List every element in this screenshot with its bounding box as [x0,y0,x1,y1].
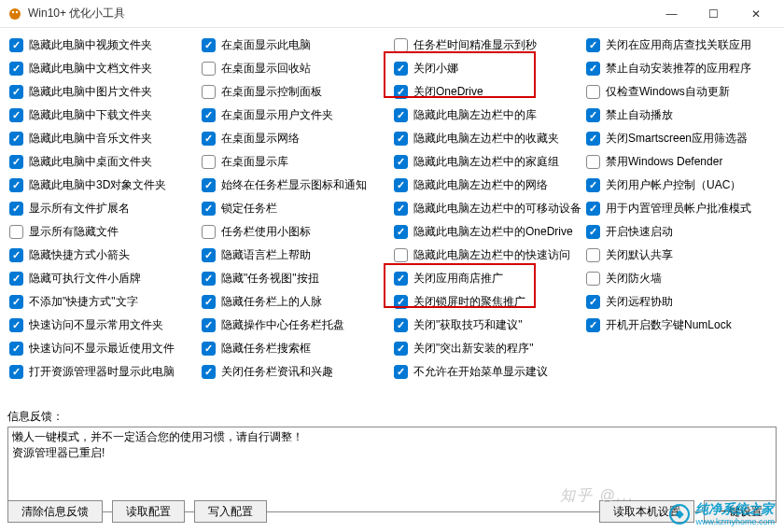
checkbox[interactable] [202,38,216,52]
checkbox[interactable] [394,295,408,309]
checkbox[interactable] [394,202,408,216]
option-item: 关闭默认共享 [584,244,777,267]
checkbox[interactable] [394,318,408,332]
option-label: 隐藏快捷方式小箭头 [29,247,130,263]
checkbox[interactable] [202,108,216,122]
option-item: 开启快速启动 [584,220,777,244]
checkbox[interactable] [586,178,600,192]
svg-point-0 [9,8,21,20]
checkbox[interactable] [9,318,23,332]
checkbox[interactable] [586,62,600,76]
checkbox[interactable] [394,342,408,356]
watermark-faint: 知乎 @... [560,486,635,506]
checkbox[interactable] [202,318,216,332]
checkbox[interactable] [9,342,23,356]
clear-feedback-button[interactable]: 清除信息反馈 [7,500,103,523]
maximize-button[interactable]: ☐ [693,0,735,28]
option-item: 不添加"快捷方式"文字 [7,290,200,314]
option-label: 隐藏此电脑左边栏中的网络 [413,177,548,193]
option-label: 隐藏"任务视图"按扭 [221,271,319,287]
write-config-button[interactable]: 写入配置 [194,500,267,523]
option-item: 显示所有隐藏文件 [7,220,200,244]
option-label: 隐藏此电脑中音乐文件夹 [29,131,152,147]
read-config-button[interactable]: 读取配置 [112,500,185,523]
checkbox[interactable] [394,38,408,52]
checkbox[interactable] [9,85,23,99]
option-label: 关闭远程协助 [606,294,673,310]
minimize-button[interactable]: — [651,0,693,28]
option-item: 始终在任务栏显示图标和通知 [200,174,392,197]
checkbox[interactable] [586,295,600,309]
option-label: 开机开启数字键NumLock [606,317,732,333]
checkbox[interactable] [394,108,408,122]
option-label: 隐藏此电脑中桌面文件夹 [29,154,152,170]
checkbox[interactable] [9,202,23,216]
option-label: 隐藏此电脑中3D对象文件夹 [29,177,166,193]
checkbox[interactable] [202,295,216,309]
options-grid: 隐藏此电脑中视频文件夹隐藏此电脑中文档文件夹隐藏此电脑中图片文件夹隐藏此电脑中下… [0,28,784,387]
checkbox[interactable] [9,365,23,379]
option-item: 开机开启数字键NumLock [584,314,777,337]
option-label: 关闭默认共享 [606,247,673,263]
option-label: 隐藏此电脑中视频文件夹 [29,37,152,53]
checkbox[interactable] [586,155,600,169]
checkbox[interactable] [394,62,408,76]
checkbox[interactable] [586,132,600,146]
option-item: 锁定任务栏 [200,197,392,220]
option-label: 关闭在应用商店查找关联应用 [606,37,751,53]
option-item: 关闭应用商店推广 [392,267,584,290]
column-2: 任务栏时间精准显示到秒关闭小娜关闭OneDrive隐藏此电脑左边栏中的库隐藏此电… [392,34,584,384]
option-label: 隐藏语言栏上帮助 [221,247,311,263]
checkbox[interactable] [9,225,23,239]
option-label: 不添加"快捷方式"文字 [29,294,138,310]
checkbox[interactable] [9,62,23,76]
checkbox[interactable] [586,248,600,262]
checkbox[interactable] [394,155,408,169]
option-label: 不允许在开始菜单显示建议 [413,364,548,380]
checkbox[interactable] [202,202,216,216]
checkbox[interactable] [202,342,216,356]
checkbox[interactable] [586,202,600,216]
checkbox[interactable] [202,365,216,379]
checkbox[interactable] [9,248,23,262]
option-item: 关闭防火墙 [584,267,777,290]
option-item: 禁止自动播放 [584,104,777,127]
checkbox[interactable] [202,272,216,286]
checkbox[interactable] [394,178,408,192]
checkbox[interactable] [202,178,216,192]
option-item: 关闭锁屏时的聚焦推广 [392,290,584,314]
checkbox[interactable] [586,318,600,332]
checkbox[interactable] [9,178,23,192]
checkbox[interactable] [586,38,600,52]
checkbox[interactable] [586,108,600,122]
app-icon [7,7,22,21]
checkbox[interactable] [202,132,216,146]
content-area: 隐藏此电脑中视频文件夹隐藏此电脑中文档文件夹隐藏此电脑中图片文件夹隐藏此电脑中下… [0,28,784,532]
option-item: 隐藏可执行文件小盾牌 [7,267,200,290]
checkbox[interactable] [9,295,23,309]
checkbox[interactable] [394,248,408,262]
checkbox[interactable] [394,225,408,239]
checkbox[interactable] [202,62,216,76]
column-0: 隐藏此电脑中视频文件夹隐藏此电脑中文档文件夹隐藏此电脑中图片文件夹隐藏此电脑中下… [7,34,200,384]
checkbox[interactable] [202,248,216,262]
checkbox[interactable] [202,155,216,169]
checkbox[interactable] [394,132,408,146]
checkbox[interactable] [586,225,600,239]
checkbox[interactable] [394,365,408,379]
option-item: 隐藏操作中心任务栏托盘 [200,314,392,337]
checkbox[interactable] [9,132,23,146]
option-label: 关闭任务栏资讯和兴趣 [221,364,333,380]
checkbox[interactable] [394,85,408,99]
checkbox[interactable] [9,155,23,169]
checkbox[interactable] [9,38,23,52]
checkbox[interactable] [9,272,23,286]
option-item: 隐藏语言栏上帮助 [200,244,392,267]
checkbox[interactable] [202,85,216,99]
checkbox[interactable] [586,272,600,286]
checkbox[interactable] [586,85,600,99]
checkbox[interactable] [394,272,408,286]
checkbox[interactable] [202,225,216,239]
close-button[interactable]: ✕ [735,0,777,28]
checkbox[interactable] [9,108,23,122]
